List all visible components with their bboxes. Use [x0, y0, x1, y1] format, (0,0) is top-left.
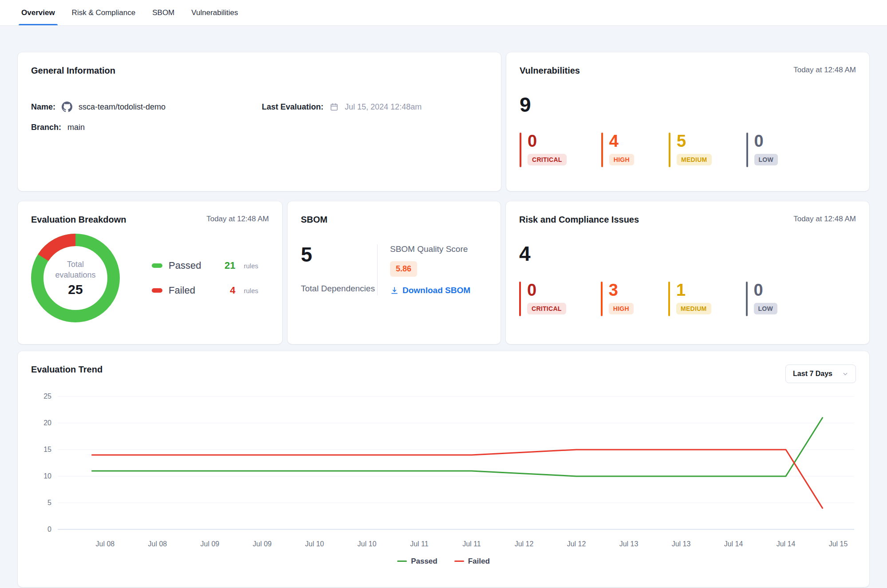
severity-medium: 5 MEDIUM: [669, 133, 712, 167]
svg-text:Jul 12: Jul 12: [515, 540, 534, 548]
failed-line-swatch-icon: [454, 561, 464, 562]
failed-label: Failed: [169, 285, 195, 296]
donut-center-label: Total evaluations: [49, 259, 102, 281]
repo-name-value: ssca-team/todolist-demo: [79, 102, 166, 112]
general-information-title: General Information: [31, 66, 115, 76]
trend-legend-failed-label: Failed: [468, 557, 490, 566]
svg-text:25: 25: [43, 392, 51, 400]
trend-legend-passed-label: Passed: [411, 557, 438, 566]
severity-high: 4 HIGH: [601, 133, 634, 167]
svg-text:Jul 13: Jul 13: [672, 540, 691, 548]
download-sbom-label: Download SBOM: [402, 286, 470, 295]
evaluation-breakdown-timestamp: Today at 12:48 AM: [206, 215, 269, 223]
severity-badge: LOW: [754, 154, 778, 165]
severity-bar: [519, 282, 521, 316]
severity-bar: [746, 133, 748, 167]
severity-medium: 1 MEDIUM: [668, 282, 711, 316]
branch-label: Branch:: [31, 123, 61, 132]
severity-count: 3: [609, 282, 634, 298]
chevron-down-icon: [842, 371, 848, 377]
sbom-quality-score-label: SBOM Quality Score: [390, 244, 470, 254]
severity-bar: [601, 133, 603, 167]
svg-text:Jul 11: Jul 11: [462, 540, 481, 548]
tab-vulnerabilities[interactable]: Vulnerabilities: [191, 0, 238, 25]
severity-count: 0: [527, 282, 566, 298]
trend-chart-legend: Passed Failed: [31, 557, 856, 566]
svg-text:Jul 14: Jul 14: [724, 540, 743, 548]
severity-critical: 0 CRITICAL: [520, 133, 567, 167]
risk-compliance-total: 4: [519, 243, 856, 264]
name-label: Name:: [31, 102, 55, 112]
legend-passed: Passed 21 rules: [152, 260, 258, 271]
risk-compliance-card: Risk and Compliance Issues Today at 12:4…: [506, 201, 869, 344]
svg-text:Jul 11: Jul 11: [410, 540, 429, 548]
svg-text:Jul 08: Jul 08: [148, 540, 167, 548]
general-information-card: General Information Name: ssca-team/todo…: [18, 52, 501, 191]
vulnerabilities-total: 9: [520, 94, 856, 115]
failed-unit: rules: [244, 287, 258, 294]
severity-badge: HIGH: [609, 303, 634, 314]
svg-text:Jul 15: Jul 15: [829, 540, 848, 548]
calendar-icon: [330, 102, 339, 111]
passed-count: 21: [225, 260, 235, 271]
time-range-select[interactable]: Last 7 Days: [785, 365, 856, 383]
severity-bar: [668, 282, 670, 316]
last-evaluation-value: Jul 15, 2024 12:48am: [345, 102, 422, 112]
svg-text:Jul 09: Jul 09: [201, 540, 220, 548]
trend-legend-failed: Failed: [454, 557, 490, 566]
last-evaluation-label: Last Evaluation:: [262, 102, 323, 112]
trend-line-chart: 0510152025Jul 08Jul 08Jul 09Jul 09Jul 10…: [31, 389, 856, 553]
evaluation-trend-card: Evaluation Trend Last 7 Days 0510152025J…: [18, 351, 869, 587]
severity-high: 3 HIGH: [601, 282, 634, 316]
svg-text:Jul 12: Jul 12: [567, 540, 586, 548]
svg-text:0: 0: [47, 525, 51, 533]
tab-risk-compliance[interactable]: Risk & Compliance: [72, 0, 136, 25]
svg-text:Jul 10: Jul 10: [358, 540, 377, 548]
total-dependencies-value: 5: [301, 244, 377, 265]
svg-text:15: 15: [43, 446, 51, 453]
severity-count: 0: [528, 133, 567, 149]
passed-line-swatch-icon: [397, 561, 407, 562]
tab-sbom[interactable]: SBOM: [152, 0, 174, 25]
svg-text:Jul 08: Jul 08: [96, 540, 115, 548]
severity-badge: CRITICAL: [528, 154, 567, 165]
svg-text:Jul 09: Jul 09: [253, 540, 272, 548]
evaluation-breakdown-card: Evaluation Breakdown Today at 12:48 AM T…: [18, 201, 282, 344]
divider: [377, 244, 378, 295]
failed-swatch-icon: [152, 288, 162, 293]
trend-legend-passed: Passed: [397, 557, 438, 566]
svg-text:Jul 10: Jul 10: [305, 540, 324, 548]
time-range-value: Last 7 Days: [793, 370, 832, 378]
severity-critical: 0 CRITICAL: [519, 282, 566, 316]
evaluation-breakdown-title: Evaluation Breakdown: [31, 215, 126, 225]
passed-swatch-icon: [152, 263, 162, 268]
severity-bar: [601, 282, 603, 316]
svg-text:Jul 13: Jul 13: [619, 540, 639, 548]
severity-badge: HIGH: [609, 154, 634, 165]
vulnerabilities-card: Vulnerabilities Today at 12:48 AM 9 0 CR…: [506, 52, 869, 191]
severity-bar: [520, 133, 521, 167]
severity-badge: CRITICAL: [527, 303, 566, 314]
severity-low: 0 LOW: [746, 133, 778, 167]
sbom-title: SBOM: [301, 215, 327, 225]
passed-unit: rules: [244, 262, 258, 270]
svg-text:10: 10: [43, 472, 51, 480]
tab-overview[interactable]: Overview: [21, 0, 55, 25]
severity-badge: MEDIUM: [677, 154, 712, 165]
download-sbom-link[interactable]: Download SBOM: [390, 286, 470, 295]
legend-failed: Failed 4 rules: [152, 285, 258, 296]
severity-badge: MEDIUM: [676, 303, 711, 314]
severity-bar: [669, 133, 670, 167]
download-icon: [390, 286, 399, 295]
severity-count: 0: [754, 133, 778, 149]
severity-bar: [746, 282, 748, 316]
dashboard-content: General Information Name: ssca-team/todo…: [0, 52, 887, 587]
tab-bar: Overview Risk & Compliance SBOM Vulnerab…: [0, 0, 887, 26]
severity-count: 0: [754, 282, 778, 298]
sbom-card: SBOM 5 Total Dependencies SBOM Quality S…: [288, 201, 501, 344]
svg-text:5: 5: [47, 499, 51, 506]
total-dependencies-label: Total Dependencies: [301, 282, 377, 295]
risk-compliance-timestamp: Today at 12:48 AM: [793, 215, 856, 223]
severity-count: 4: [609, 133, 634, 149]
github-icon: [62, 102, 72, 112]
